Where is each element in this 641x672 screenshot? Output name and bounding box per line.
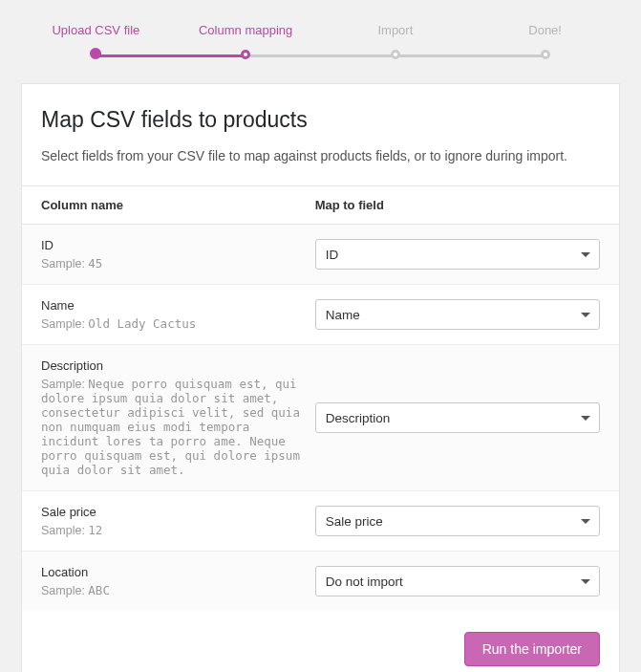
step-line xyxy=(395,54,545,57)
step-line xyxy=(96,54,246,57)
column-sample: Sample: Old Lady Cactus xyxy=(41,317,196,331)
step-label: Import xyxy=(321,23,471,37)
map-to-field-cell: Do not importIDNameDescriptionSale price xyxy=(315,402,600,433)
table-header-row: Column name Map to field xyxy=(22,185,619,225)
column-name-cell: NameSample: Old Lady Cactus xyxy=(41,298,315,331)
column-label: Name xyxy=(41,298,304,313)
mapping-row: LocationSample: ABCDo not importIDNameDe… xyxy=(22,552,619,611)
step-label: Done! xyxy=(470,23,620,37)
column-label: Location xyxy=(41,565,304,579)
column-label: Description xyxy=(41,358,304,373)
sample-value: 12 xyxy=(88,523,102,537)
column-sample: Sample: ABC xyxy=(41,584,110,597)
map-to-field-select[interactable]: Do not importIDNameDescriptionSale price xyxy=(315,299,600,330)
column-sample: Sample: 45 xyxy=(41,257,102,271)
step-dot-icon xyxy=(241,50,250,59)
run-importer-button[interactable]: Run the importer xyxy=(464,632,600,666)
sample-value: Old Lady Cactus xyxy=(88,316,196,331)
step-label: Column mapping xyxy=(171,23,321,37)
column-name-cell: LocationSample: ABC xyxy=(41,565,315,597)
step-label: Upload CSV file xyxy=(21,23,171,37)
mapping-rows: IDSample: 45Do not importIDNameDescripti… xyxy=(22,225,619,611)
map-to-field-select[interactable]: Do not importIDNameDescriptionSale price xyxy=(315,239,600,270)
column-label: ID xyxy=(41,238,304,252)
sample-value: 45 xyxy=(88,256,102,271)
col-header-name: Column name xyxy=(41,198,315,212)
mapping-row: Sale priceSample: 12Do not importIDNameD… xyxy=(22,491,619,552)
map-to-field-select[interactable]: Do not importIDNameDescriptionSale price xyxy=(315,402,600,433)
step-line xyxy=(246,54,395,57)
step-dot-icon xyxy=(391,50,400,59)
column-sample: Sample: Neque porro quisquam est, qui do… xyxy=(41,378,300,477)
step-dot-icon xyxy=(90,48,101,59)
map-to-field-select[interactable]: Do not importIDNameDescriptionSale price xyxy=(315,566,600,596)
map-to-field-cell: Do not importIDNameDescriptionSale price xyxy=(315,566,600,596)
col-header-map: Map to field xyxy=(315,198,600,212)
map-to-field-cell: Do not importIDNameDescriptionSale price xyxy=(315,299,600,330)
column-sample: Sample: 12 xyxy=(41,524,102,537)
mapping-row: DescriptionSample: Neque porro quisquam … xyxy=(22,345,619,491)
sample-value: ABC xyxy=(88,583,110,597)
page-title: Map CSV fields to products xyxy=(41,107,600,133)
map-to-field-cell: Do not importIDNameDescriptionSale price xyxy=(315,506,600,536)
step-1: Upload CSV file xyxy=(21,23,171,62)
map-to-field-cell: Do not importIDNameDescriptionSale price xyxy=(315,239,600,270)
column-name-cell: IDSample: 45 xyxy=(41,238,315,271)
mapping-card: Map CSV fields to products Select fields… xyxy=(21,83,620,672)
column-label: Sale price xyxy=(41,505,304,519)
map-to-field-select[interactable]: Do not importIDNameDescriptionSale price xyxy=(315,506,600,536)
step-dot-icon xyxy=(541,50,550,59)
mapping-row: NameSample: Old Lady CactusDo not import… xyxy=(22,285,619,345)
sample-value: Neque porro quisquam est, qui dolore ips… xyxy=(41,377,300,477)
column-name-cell: DescriptionSample: Neque porro quisquam … xyxy=(41,358,315,477)
column-name-cell: Sale priceSample: 12 xyxy=(41,505,315,537)
page-description: Select fields from your CSV file to map … xyxy=(41,146,600,166)
mapping-row: IDSample: 45Do not importIDNameDescripti… xyxy=(22,225,619,285)
progress-stepper: Upload CSV fileColumn mappingImportDone! xyxy=(21,0,620,62)
